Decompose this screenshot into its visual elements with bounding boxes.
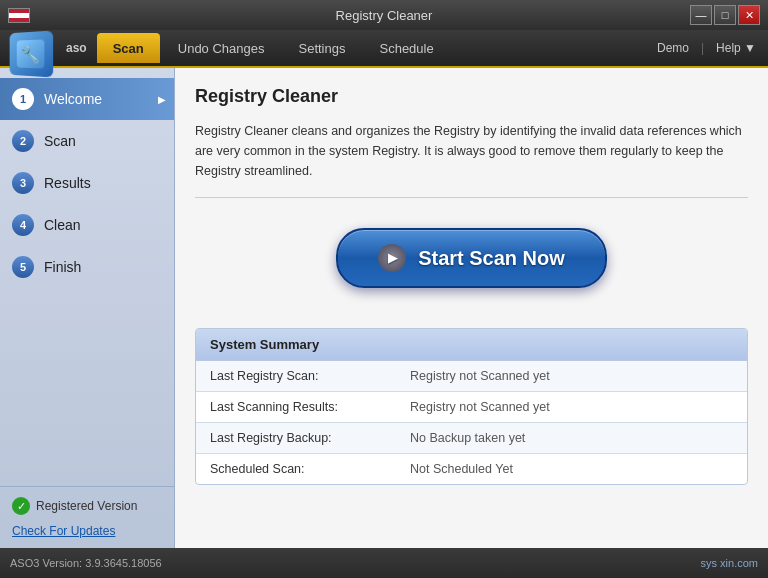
summary-label-3: Scheduled Scan: bbox=[210, 462, 410, 476]
help-button[interactable]: Help ▼ bbox=[712, 39, 760, 57]
sidebar-item-finish[interactable]: 5 Finish bbox=[0, 246, 174, 288]
divider bbox=[195, 197, 748, 198]
demo-button[interactable]: Demo bbox=[653, 39, 693, 57]
table-row: Last Scanning Results: Registry not Scan… bbox=[196, 392, 747, 423]
step-5-circle: 5 bbox=[12, 256, 34, 278]
title-bar-title: Registry Cleaner bbox=[336, 8, 433, 23]
summary-label-0: Last Registry Scan: bbox=[210, 369, 410, 383]
sidebar: 1 Welcome 2 Scan 3 Results 4 Clean 5 Fin… bbox=[0, 68, 175, 548]
sidebar-item-scan-label: Scan bbox=[44, 133, 76, 149]
start-scan-button[interactable]: ▶ Start Scan Now bbox=[336, 228, 607, 288]
scan-btn-container: ▶ Start Scan Now bbox=[195, 228, 748, 288]
nav-right: Demo | Help ▼ bbox=[653, 39, 760, 57]
table-row: Scheduled Scan: Not Scheduled Yet bbox=[196, 454, 747, 484]
summary-value-1: Registry not Scanned yet bbox=[410, 400, 550, 414]
summary-value-2: No Backup taken yet bbox=[410, 431, 525, 445]
sidebar-item-welcome[interactable]: 1 Welcome bbox=[0, 78, 174, 120]
summary-header: System Summary bbox=[196, 329, 747, 361]
step-1-circle: 1 bbox=[12, 88, 34, 110]
tab-schedule[interactable]: Schedule bbox=[363, 33, 449, 63]
logo-text: aso bbox=[66, 41, 87, 55]
step-3-circle: 3 bbox=[12, 172, 34, 194]
step-4-circle: 4 bbox=[12, 214, 34, 236]
status-right: sys xin.com bbox=[701, 557, 758, 569]
description-text: Registry Cleaner cleans and organizes th… bbox=[195, 121, 748, 181]
system-summary: System Summary Last Registry Scan: Regis… bbox=[195, 328, 748, 485]
table-row: Last Registry Scan: Registry not Scanned… bbox=[196, 361, 747, 392]
summary-label-1: Last Scanning Results: bbox=[210, 400, 410, 414]
sidebar-item-clean[interactable]: 4 Clean bbox=[0, 204, 174, 246]
table-row: Last Registry Backup: No Backup taken ye… bbox=[196, 423, 747, 454]
registered-icon: ✓ bbox=[12, 497, 30, 515]
registered-label: Registered Version bbox=[36, 499, 137, 513]
summary-value-3: Not Scheduled Yet bbox=[410, 462, 513, 476]
registered-badge: ✓ Registered Version bbox=[12, 497, 162, 515]
sidebar-bottom: ✓ Registered Version Check For Updates bbox=[0, 486, 174, 548]
sidebar-item-clean-label: Clean bbox=[44, 217, 81, 233]
app-icon: 🔧 bbox=[8, 32, 58, 82]
check-updates-link[interactable]: Check For Updates bbox=[12, 524, 115, 538]
tab-undo-changes[interactable]: Undo Changes bbox=[162, 33, 281, 63]
start-scan-label: Start Scan Now bbox=[418, 247, 565, 270]
summary-label-2: Last Registry Backup: bbox=[210, 431, 410, 445]
tab-settings[interactable]: Settings bbox=[283, 33, 362, 63]
page-title: Registry Cleaner bbox=[195, 86, 748, 107]
main-container: 1 Welcome 2 Scan 3 Results 4 Clean 5 Fin… bbox=[0, 68, 768, 548]
tab-scan[interactable]: Scan bbox=[97, 33, 160, 63]
sidebar-item-results-label: Results bbox=[44, 175, 91, 191]
content-area: Registry Cleaner Registry Cleaner cleans… bbox=[175, 68, 768, 548]
sidebar-item-finish-label: Finish bbox=[44, 259, 81, 275]
play-icon: ▶ bbox=[378, 244, 406, 272]
sidebar-item-results[interactable]: 3 Results bbox=[0, 162, 174, 204]
title-bar-controls: — □ ✕ bbox=[690, 5, 760, 25]
minimize-button[interactable]: — bbox=[690, 5, 712, 25]
close-button[interactable]: ✕ bbox=[738, 5, 760, 25]
nav-tabs: Scan Undo Changes Settings Schedule bbox=[97, 33, 653, 63]
summary-value-0: Registry not Scanned yet bbox=[410, 369, 550, 383]
step-2-circle: 2 bbox=[12, 130, 34, 152]
header-nav: 🔧 aso Scan Undo Changes Settings Schedul… bbox=[0, 30, 768, 68]
sidebar-item-scan[interactable]: 2 Scan bbox=[0, 120, 174, 162]
status-bar: ASO3 Version: 3.9.3645.18056 sys xin.com bbox=[0, 548, 768, 578]
title-bar: Registry Cleaner — □ ✕ bbox=[0, 0, 768, 30]
maximize-button[interactable]: □ bbox=[714, 5, 736, 25]
status-left: ASO3 Version: 3.9.3645.18056 bbox=[10, 557, 162, 569]
sidebar-item-welcome-label: Welcome bbox=[44, 91, 102, 107]
